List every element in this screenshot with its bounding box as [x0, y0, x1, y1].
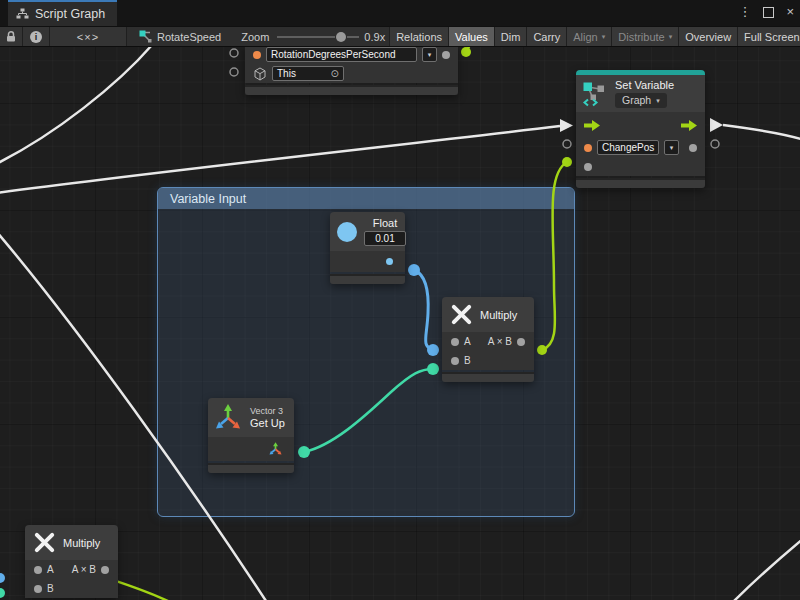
slider-knob[interactable] [336, 32, 346, 42]
close-icon[interactable]: × [786, 3, 794, 21]
wire-white-bottom-right [731, 538, 800, 600]
output-port[interactable] [517, 338, 525, 346]
vector3-icon [215, 404, 243, 431]
align-dropdown[interactable]: Align ▾ [566, 27, 611, 46]
node-footer [442, 372, 534, 382]
ring-port[interactable] [230, 49, 238, 57]
chevron-down-icon: ▾ [656, 93, 660, 108]
node-set-variable[interactable]: Set Variable Graph ▾ [576, 70, 705, 188]
flow-arrowhead-out [710, 118, 723, 132]
value-port[interactable] [253, 51, 261, 59]
wire-endpoint-edge [0, 588, 5, 598]
variable-name-dropdown[interactable]: ChangePos [597, 140, 659, 155]
output-port[interactable] [101, 566, 109, 574]
vector3-output-port[interactable] [269, 442, 283, 456]
distribute-dropdown[interactable]: Distribute ▾ [611, 27, 678, 46]
maximize-icon[interactable] [763, 7, 774, 18]
carry-button[interactable]: Carry [526, 27, 566, 46]
float-output-row [330, 251, 405, 272]
menu-icon[interactable]: ⋮ [738, 3, 751, 21]
node-type-label: Vector 3 [250, 406, 285, 416]
set-variable-name-row: ChangePos ▾ [576, 138, 705, 157]
window-tab-bar: Script Graph ⋮ × [0, 0, 800, 26]
input-port-b[interactable] [34, 585, 42, 593]
port-label: A [47, 564, 54, 575]
zoom-label: Zoom [241, 27, 269, 46]
cube-icon [253, 67, 267, 81]
ring-port[interactable] [230, 68, 238, 76]
node-title: Multiply [63, 537, 100, 549]
variable-scope-dropdown[interactable]: Graph ▾ [615, 93, 667, 108]
port-label: B [47, 583, 54, 594]
relations-button[interactable]: Relations [389, 27, 448, 46]
node-title: Get Up [250, 417, 285, 429]
graph-canvas[interactable]: Variable Input [0, 0, 800, 600]
chevron-down-icon[interactable]: ▾ [664, 140, 679, 155]
port-label: A [464, 336, 471, 347]
value-output-port[interactable] [442, 51, 450, 59]
multiply-row-b: B [25, 579, 118, 598]
script-graph-icon [16, 8, 29, 20]
float-type-icon [337, 222, 357, 242]
node-footer [330, 274, 405, 284]
multiply-icon [33, 531, 56, 554]
node-multiply-2[interactable]: Multiply A A × B B [25, 525, 118, 598]
wire-endpoint [562, 157, 572, 167]
float-output-port[interactable] [386, 258, 393, 265]
value-output-port[interactable] [689, 144, 697, 152]
lock-icon [5, 30, 17, 43]
flow-arrowhead-in [560, 119, 573, 132]
get-variable-name-row: RotationDegreesPerSecond ▾ [245, 45, 458, 64]
node-title: Set Variable [615, 79, 674, 91]
flow-output-arrow-icon[interactable] [681, 120, 697, 131]
lock-button[interactable] [0, 27, 23, 46]
code-view-button[interactable]: <×> [50, 27, 127, 46]
object-picker-icon[interactable]: ⊙ [331, 67, 339, 80]
value-port[interactable] [584, 144, 592, 152]
tab-script-graph[interactable]: Script Graph [8, 0, 117, 26]
get-variable-target-row: This ⊙ [245, 64, 458, 83]
wire-white-top-left [0, 45, 152, 164]
dim-button[interactable]: Dim [494, 27, 527, 46]
multiply-icon [450, 303, 473, 326]
target-field[interactable]: This ⊙ [272, 66, 344, 81]
value-input-port[interactable] [584, 163, 592, 171]
info-icon: i [30, 31, 42, 43]
info-button[interactable]: i [23, 27, 50, 46]
input-port-b[interactable] [451, 357, 459, 365]
overview-button[interactable]: Overview [678, 27, 737, 46]
port-label: A × B [488, 336, 512, 347]
current-graph[interactable]: RotateSpeed [139, 27, 221, 46]
slider-track [347, 36, 359, 38]
ring-port[interactable] [711, 140, 719, 148]
slider-track [277, 36, 335, 38]
values-button[interactable]: Values [448, 27, 494, 46]
graph-name: RotateSpeed [157, 31, 221, 43]
node-footer [576, 178, 705, 188]
wire-endpoint [461, 47, 471, 57]
node-float[interactable]: Float 0.01 [330, 212, 405, 284]
node-vector3-get-up[interactable]: Vector 3 Get Up [208, 398, 294, 473]
vector3-output-row [208, 437, 294, 461]
node-footer [245, 85, 458, 95]
node-get-variable[interactable]: RotationDegreesPerSecond ▾ This ⊙ [245, 45, 458, 95]
tab-title: Script Graph [35, 7, 105, 21]
node-footer [208, 463, 294, 473]
chevron-down-icon: ▾ [602, 33, 606, 41]
multiply-row-a: A A × B [25, 560, 118, 579]
port-label: B [464, 355, 471, 366]
wire-flow-out-of-set-variable [723, 125, 800, 140]
variable-name-dropdown[interactable]: RotationDegreesPerSecond [266, 47, 417, 62]
float-value-input[interactable]: 0.01 [364, 231, 406, 246]
flow-input-arrow-icon[interactable] [584, 120, 600, 131]
node-multiply[interactable]: Multiply A A × B B [442, 297, 534, 382]
input-port-a[interactable] [34, 566, 42, 574]
set-variable-icon [582, 81, 608, 107]
full-screen-button[interactable]: Full Screen [737, 27, 800, 46]
zoom-slider[interactable] [277, 27, 359, 46]
group-header[interactable]: Variable Input [158, 188, 574, 209]
input-port-a[interactable] [451, 338, 459, 346]
ring-port[interactable] [563, 140, 571, 148]
chevron-down-icon[interactable]: ▾ [422, 47, 437, 62]
port-label: A × B [72, 564, 96, 575]
